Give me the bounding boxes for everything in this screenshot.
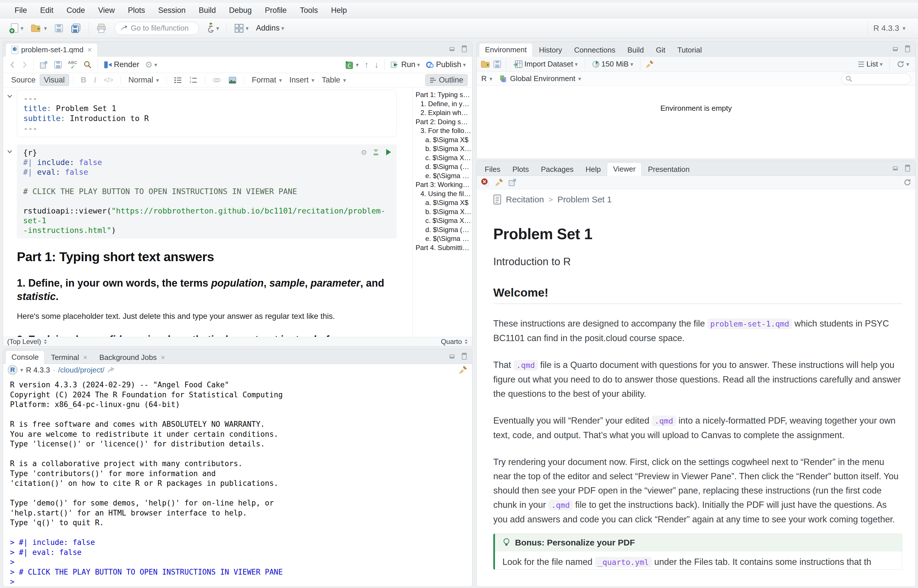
tab-build[interactable]: Build bbox=[622, 44, 649, 56]
version-control-button[interactable]: ▾ bbox=[205, 21, 221, 36]
spellcheck-button[interactable]: ABC ✓ bbox=[66, 58, 80, 71]
tab-tutorial[interactable]: Tutorial bbox=[672, 44, 708, 56]
bold-button[interactable]: B bbox=[78, 74, 90, 86]
collapse-chevron-icon[interactable] bbox=[6, 149, 13, 155]
publish-button[interactable]: Publish ▾ bbox=[423, 58, 468, 71]
outline-item-e-sigma[interactable]: e. $(\Sigma … bbox=[413, 171, 472, 180]
image-button[interactable] bbox=[225, 75, 240, 85]
scope-selector[interactable]: (Top Level) bbox=[7, 338, 47, 346]
render-button[interactable]: Render bbox=[101, 58, 142, 71]
outline-item-4-using-the[interactable]: 4. Using the fil… bbox=[413, 189, 472, 199]
tab-background-jobs[interactable]: Background Jobs× bbox=[94, 351, 171, 363]
visual-mode-button[interactable]: Visual bbox=[40, 74, 69, 86]
minimize-pane-icon[interactable] bbox=[449, 45, 457, 53]
outline-item-part-4-subm[interactable]: Part 4. Submitti… bbox=[413, 243, 472, 252]
new-file-button[interactable]: ▾ bbox=[7, 21, 26, 36]
language-selector[interactable]: R bbox=[481, 74, 487, 83]
r-logo-icon[interactable]: R bbox=[8, 365, 18, 375]
minimize-pane-icon[interactable] bbox=[892, 165, 900, 172]
clear-console-icon[interactable] bbox=[458, 365, 468, 375]
menu-item-debug[interactable]: Debug bbox=[222, 3, 259, 18]
editor-content[interactable]: ---title: Problem Set 1subtitle: Introdu… bbox=[3, 87, 472, 337]
refresh-environment-button[interactable]: ▾ bbox=[894, 58, 912, 70]
maximize-pane-icon[interactable] bbox=[903, 165, 911, 172]
tab-terminal[interactable]: Terminal× bbox=[45, 351, 93, 363]
minimize-pane-icon[interactable] bbox=[449, 352, 457, 360]
console-output[interactable]: R version 4.3.3 (2024-02-29) -- "Angel F… bbox=[3, 376, 472, 586]
chunk-options-gear-icon[interactable]: ⚙ bbox=[361, 148, 366, 157]
close-icon[interactable]: × bbox=[161, 353, 165, 362]
load-workspace-icon[interactable] bbox=[481, 60, 491, 68]
memory-usage-button[interactable]: 150 MiB ▾ bbox=[589, 58, 636, 70]
save-button[interactable] bbox=[52, 22, 66, 34]
refresh-viewer-icon[interactable] bbox=[903, 178, 912, 186]
format-menu[interactable]: Format▾ bbox=[248, 74, 285, 86]
tab-help[interactable]: Help bbox=[580, 163, 606, 176]
menu-item-profile[interactable]: Profile bbox=[258, 3, 293, 18]
clear-environment-icon[interactable] bbox=[645, 60, 654, 69]
addins-button[interactable]: Addins ▾ bbox=[254, 22, 287, 34]
outline-item-b-sigma-x[interactable]: b. $\Sigma X… bbox=[413, 144, 472, 153]
insert-chunk-button[interactable]: C ▾ bbox=[342, 58, 361, 71]
collapse-chevron-icon[interactable] bbox=[6, 93, 13, 99]
tab-connections[interactable]: Connections bbox=[568, 44, 621, 56]
menu-item-help[interactable]: Help bbox=[324, 3, 354, 18]
list-view-button[interactable]: List ▾ bbox=[855, 58, 885, 70]
run-previous-chunks-button[interactable]: ↑ bbox=[362, 58, 371, 71]
popout-viewer-icon[interactable] bbox=[508, 178, 517, 187]
tab-console[interactable]: Console bbox=[5, 351, 45, 364]
outline-item-part-3-work[interactable]: Part 3: Working… bbox=[413, 180, 472, 189]
outline-item-a-sigma-x[interactable]: a. $\Sigma X$ bbox=[413, 135, 472, 144]
environment-scope-selector[interactable]: Global Environment bbox=[510, 74, 575, 83]
menu-item-view[interactable]: View bbox=[92, 3, 121, 18]
run-button[interactable]: Run ▾ bbox=[388, 58, 423, 71]
outline-item-c-sigma-x[interactable]: c. $\Sigma X… bbox=[413, 153, 472, 162]
run-next-chunks-button[interactable]: ↓ bbox=[372, 58, 381, 71]
menu-item-edit[interactable]: Edit bbox=[34, 3, 60, 18]
run-chunk-play-icon[interactable] bbox=[385, 149, 392, 156]
insert-menu[interactable]: Insert▾ bbox=[286, 74, 318, 86]
numbered-list-button[interactable]: 12 bbox=[186, 75, 201, 85]
forward-button[interactable] bbox=[19, 59, 30, 71]
open-file-button[interactable]: ▾ bbox=[29, 22, 49, 35]
save-doc-button[interactable] bbox=[52, 59, 65, 71]
menu-item-plots[interactable]: Plots bbox=[121, 3, 152, 18]
tab-files[interactable]: Files bbox=[479, 163, 506, 176]
tab-presentation[interactable]: Presentation bbox=[642, 163, 695, 176]
tab-problem-set-1-qmd[interactable]: problem-set-1.qmd × bbox=[5, 43, 98, 57]
yaml-block[interactable]: ---title: Problem Set 1subtitle: Introdu… bbox=[17, 90, 397, 137]
tab-git[interactable]: Git bbox=[650, 44, 671, 56]
working-directory-link[interactable]: /cloud/project/ bbox=[58, 366, 105, 375]
outline-item-e-sigma[interactable]: e. $(\Sigma … bbox=[413, 234, 472, 243]
outline-item-a-sigma-x[interactable]: a. $\Sigma X$ bbox=[413, 198, 472, 207]
r-code-chunk[interactable]: ⚙ {r} #| include: false#| eval: false # … bbox=[17, 144, 397, 239]
maximize-pane-icon[interactable] bbox=[460, 45, 468, 53]
maximize-pane-icon[interactable] bbox=[460, 352, 468, 360]
outline-item-b-sigma-x[interactable]: b. $\Sigma X… bbox=[413, 207, 472, 216]
code-format-button[interactable]: </> bbox=[100, 75, 117, 85]
save-all-button[interactable] bbox=[68, 22, 83, 35]
source-mode-button[interactable]: Source bbox=[8, 74, 39, 86]
bullet-list-button[interactable] bbox=[170, 75, 185, 85]
run-chunks-above-icon[interactable] bbox=[372, 149, 380, 156]
table-menu[interactable]: Table▾ bbox=[319, 74, 350, 86]
outline-item-part-1-typi[interactable]: Part 1: Typing s… bbox=[413, 90, 472, 99]
outline-item-1-define-i[interactable]: 1. Define, in y… bbox=[413, 99, 472, 108]
doc-type-selector[interactable]: Quarto bbox=[441, 338, 468, 346]
save-workspace-icon[interactable] bbox=[493, 60, 501, 68]
outline-item-3-for-the-f[interactable]: 3. For the follo… bbox=[413, 126, 472, 135]
menu-item-tools[interactable]: Tools bbox=[293, 3, 324, 18]
clear-viewer-icon[interactable] bbox=[494, 178, 504, 187]
project-version-button[interactable]: R 4.3.3 ▾ bbox=[868, 21, 911, 35]
find-replace-button[interactable] bbox=[81, 59, 94, 71]
tab-environment[interactable]: Environment bbox=[479, 43, 533, 57]
menu-item-code[interactable]: Code bbox=[60, 3, 92, 18]
render-settings-button[interactable]: ⚙ ▾ bbox=[142, 59, 159, 71]
paragraph-style-dropdown[interactable]: Normal ▾ bbox=[125, 74, 162, 86]
italic-button[interactable]: I bbox=[90, 74, 100, 86]
link-button[interactable] bbox=[209, 76, 225, 85]
tab-viewer[interactable]: Viewer bbox=[607, 162, 641, 176]
tab-history[interactable]: History bbox=[533, 44, 568, 56]
viewer-content[interactable]: Recitation > Problem Set 1 Problem Set 1… bbox=[477, 189, 915, 586]
outline-item-d-sigma[interactable]: d. $\Sigma (… bbox=[413, 162, 472, 171]
